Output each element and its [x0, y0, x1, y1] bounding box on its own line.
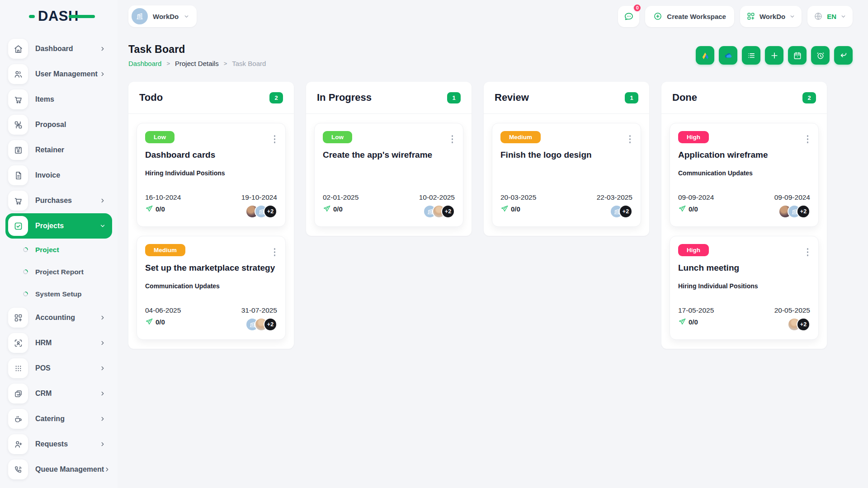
sidebar-item-label: Queue Management: [35, 465, 104, 474]
globe-icon: [814, 12, 823, 21]
breadcrumb-separator: >: [224, 60, 227, 67]
sidebar-item-queue-management[interactable]: Queue Management: [5, 457, 112, 482]
assignee-avatars[interactable]: +2: [245, 205, 277, 218]
list-button[interactable]: [742, 46, 760, 65]
card-menu-button[interactable]: [805, 246, 811, 258]
assignee-avatars[interactable]: +2: [245, 318, 277, 331]
column-title: In Progress: [317, 92, 372, 103]
send-icon: [500, 205, 509, 213]
workspace-menu-label: WorkDo: [760, 13, 785, 20]
sidebar-item-hrm[interactable]: HRM: [5, 330, 112, 356]
task-card[interactable]: Low Create the app's wireframe 02-01-202…: [314, 123, 463, 227]
task-end-date: 31-07-2025: [241, 306, 277, 314]
sidebar-item-user-management[interactable]: User Management: [5, 61, 112, 87]
language-selector[interactable]: EN: [807, 6, 853, 27]
sidebar-item-pos[interactable]: POS: [5, 356, 112, 381]
create-workspace-button[interactable]: Create Workspace: [645, 6, 734, 27]
breadcrumb-separator: >: [166, 60, 170, 67]
send-icon: [323, 205, 331, 213]
assignee-avatars[interactable]: +2: [788, 318, 810, 331]
sidebar-item-label: Invoice: [35, 171, 106, 179]
sidebar-subitem-project[interactable]: Project: [5, 239, 112, 261]
calendar-button[interactable]: [788, 46, 807, 65]
calendar-icon: [793, 51, 802, 60]
onedrive-button[interactable]: [719, 46, 737, 65]
sidebar-item-proposal[interactable]: Proposal: [5, 112, 112, 137]
create-workspace-label: Create Workspace: [667, 13, 726, 20]
card-menu-button[interactable]: [272, 246, 278, 258]
breadcrumb-project-details[interactable]: Project Details: [175, 60, 219, 67]
task-title: Create the app's wireframe: [323, 150, 455, 160]
logo-accent-dot: [29, 15, 35, 18]
progress-ring-icon: [23, 269, 28, 275]
users-icon: [8, 64, 28, 84]
page-header: Task Board Dashboard>Project Details>Tas…: [128, 43, 853, 67]
purchases-cart-icon: [8, 191, 28, 211]
task-card[interactable]: High Lunch meeting Hiring Individual Pos…: [670, 236, 819, 340]
crm-icon: [8, 384, 28, 404]
workspace-menu-button[interactable]: WorkDo: [740, 6, 802, 27]
column-title: Done: [672, 92, 697, 103]
home-icon: [8, 39, 28, 59]
column-cards: Low Dashboard cards Hiring Individual Po…: [128, 114, 294, 349]
grid-plus-icon: [746, 12, 755, 21]
task-start-date: 02-01-2025: [323, 193, 359, 202]
avatar-overflow-badge: +2: [797, 205, 810, 218]
pos-icon: [8, 358, 28, 378]
task-title: Dashboard cards: [145, 150, 277, 160]
app-logo[interactable]: DASH: [0, 0, 104, 33]
breadcrumb-dashboard[interactable]: Dashboard: [128, 60, 161, 67]
task-start-date: 04-06-2025: [145, 306, 181, 314]
task-card[interactable]: Medium Set up the marketplace strategy C…: [137, 236, 286, 340]
list-icon: [747, 51, 756, 60]
sidebar-item-label: Projects: [35, 222, 99, 230]
sidebar-item-label: POS: [35, 364, 99, 372]
sidebar-item-dashboard[interactable]: Dashboard: [5, 36, 112, 61]
sidebar-subitem-project-report[interactable]: Project Report: [5, 261, 112, 283]
workspace-selector[interactable]: WorkDo: [128, 5, 197, 27]
undo-button[interactable]: [834, 46, 853, 65]
card-menu-button[interactable]: [627, 133, 633, 145]
alarm-button[interactable]: [811, 46, 830, 65]
task-card[interactable]: Medium Finish the logo design 20-03-2025…: [492, 123, 641, 227]
task-progress: 0/0: [689, 205, 698, 213]
card-menu-button[interactable]: [805, 133, 811, 145]
plus-button[interactable]: [765, 46, 783, 65]
column-cards: High Application wireframe Communication…: [661, 114, 827, 349]
chevron-right-icon: [99, 365, 106, 371]
sidebar-item-invoice[interactable]: Invoice: [5, 163, 112, 188]
task-card[interactable]: High Application wireframe Communication…: [670, 123, 819, 227]
google-drive-button[interactable]: [696, 46, 714, 65]
sidebar-item-projects[interactable]: Projects: [5, 213, 112, 239]
proposal-icon: [8, 115, 28, 135]
assignee-avatars[interactable]: +2: [423, 205, 455, 218]
sidebar-item-requests[interactable]: Requests: [5, 432, 112, 457]
card-menu-button[interactable]: [450, 133, 455, 145]
kanban-column-review: Review 1 Medium Finish the logo design 2…: [484, 82, 649, 236]
sidebar-item-crm[interactable]: CRM: [5, 381, 112, 406]
sidebar-item-purchases[interactable]: Purchases: [5, 188, 112, 213]
priority-badge: High: [678, 244, 709, 256]
column-count-badge: 1: [447, 92, 461, 103]
task-card[interactable]: Low Dashboard cards Hiring Individual Po…: [137, 123, 286, 227]
sidebar-item-accounting[interactable]: Accounting: [5, 305, 112, 330]
card-menu-button[interactable]: [272, 133, 278, 145]
task-title: Lunch meeting: [678, 263, 810, 273]
sidebar-item-label: Accounting: [35, 314, 99, 322]
workspace-selector-label: WorkDo: [153, 13, 179, 20]
sidebar: DASH Dashboard User Management Items Pro…: [0, 0, 118, 488]
column-title: Todo: [139, 92, 163, 103]
queue-icon: [8, 460, 28, 479]
sidebar-item-items[interactable]: Items: [5, 87, 112, 112]
sidebar-nav: Dashboard User Management Items Proposal…: [0, 33, 118, 482]
messages-button[interactable]: 0: [618, 6, 639, 27]
column-count-badge: 2: [802, 92, 816, 103]
sidebar-item-label: HRM: [35, 339, 99, 347]
sidebar-subitem-system-setup[interactable]: System Setup: [5, 283, 112, 305]
assignee-avatars[interactable]: +2: [778, 205, 810, 218]
plus-circle-icon: [653, 12, 662, 21]
sidebar-item-catering[interactable]: Catering: [5, 406, 112, 432]
sidebar-item-label: Dashboard: [35, 45, 99, 53]
sidebar-item-retainer[interactable]: Retainer: [5, 137, 112, 163]
assignee-avatars[interactable]: +2: [610, 205, 632, 218]
